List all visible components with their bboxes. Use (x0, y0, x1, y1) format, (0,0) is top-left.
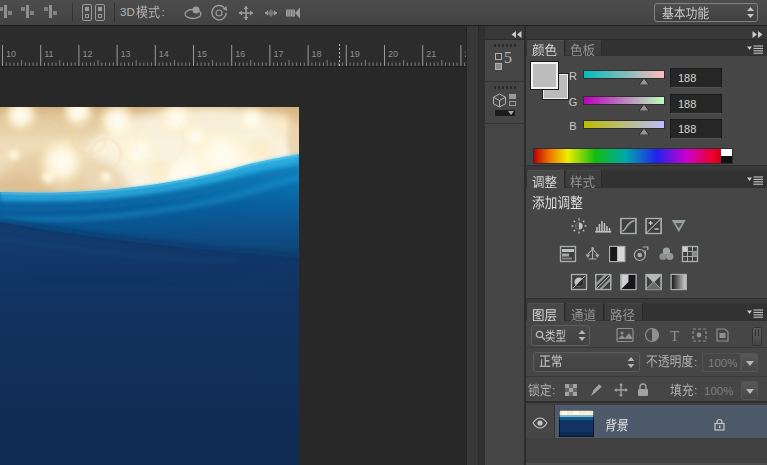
svg-text:16: 16 (235, 49, 245, 59)
svg-text:19: 19 (350, 49, 360, 59)
svg-text:14: 14 (159, 49, 169, 59)
svg-text:15: 15 (197, 49, 207, 59)
svg-text:11: 11 (44, 49, 53, 59)
svg-text:13: 13 (121, 49, 131, 59)
svg-text:17: 17 (273, 49, 283, 59)
svg-text:21: 21 (426, 49, 436, 59)
svg-text:10: 10 (6, 49, 16, 59)
svg-text:18: 18 (312, 49, 322, 59)
svg-text:12: 12 (82, 49, 92, 59)
svg-text:T: T (670, 328, 679, 344)
svg-text:20: 20 (388, 49, 398, 59)
